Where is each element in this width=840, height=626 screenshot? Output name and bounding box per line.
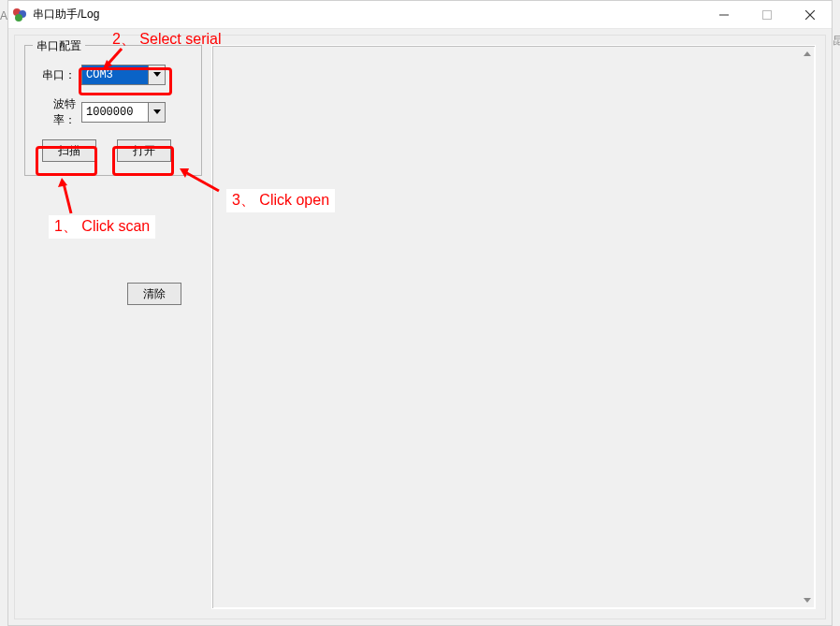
window-controls	[702, 1, 832, 29]
log-textarea[interactable]	[211, 45, 816, 609]
app-icon	[12, 7, 27, 22]
baud-value: 1000000	[86, 106, 133, 119]
port-combobox[interactable]: COM3	[81, 65, 166, 85]
open-button[interactable]: 打开	[117, 139, 171, 162]
close-button[interactable]	[789, 1, 832, 29]
port-row: 串口： COM3	[35, 65, 192, 85]
serial-config-fieldset: 串口配置 串口： COM3 波特率： 1000000	[24, 45, 202, 176]
clear-button-label: 清除	[143, 286, 166, 302]
svg-line-13	[64, 183, 71, 213]
port-value: COM3	[86, 68, 113, 81]
vertical-scrollbar[interactable]	[799, 46, 815, 608]
baud-row: 波特率： 1000000	[35, 96, 192, 128]
minimize-button[interactable]	[702, 1, 746, 29]
window-title: 串口助手/Log	[33, 7, 99, 22]
fieldset-legend: 串口配置	[33, 38, 85, 54]
svg-marker-14	[58, 178, 67, 187]
svg-marker-8	[153, 109, 161, 114]
port-label: 串口：	[35, 67, 76, 83]
external-content-right: 昆	[833, 0, 840, 626]
baud-label: 波特率：	[35, 96, 76, 128]
svg-marker-10	[804, 598, 811, 603]
titlebar: 串口助手/Log	[8, 1, 832, 29]
annotation-text-3: 3、 Click open	[226, 189, 335, 212]
annotation-text-2: 2、 Select serial	[112, 30, 222, 50]
dropdown-arrow-icon[interactable]	[148, 66, 165, 84]
svg-marker-9	[804, 51, 811, 56]
baud-combobox[interactable]: 1000000	[81, 102, 166, 123]
button-row: 扫描 打开	[35, 139, 192, 162]
dropdown-arrow-icon[interactable]	[148, 103, 165, 122]
clear-button[interactable]: 清除	[127, 283, 181, 305]
scan-button[interactable]: 扫描	[42, 139, 96, 162]
svg-marker-7	[153, 72, 161, 77]
scroll-up-icon[interactable]	[799, 46, 815, 62]
svg-rect-4	[763, 11, 772, 20]
clear-button-wrap: 清除	[127, 283, 181, 305]
external-content-left: A	[0, 0, 7, 626]
scan-button-label: 扫描	[58, 143, 80, 159]
app-window: 串口助手/Log 串口配置 串口： COM3	[7, 0, 833, 626]
scroll-down-icon[interactable]	[799, 592, 815, 608]
open-button-label: 打开	[133, 143, 155, 159]
annotation-text-1: 1、 Click scan	[49, 215, 155, 239]
left-panel: 串口配置 串口： COM3 波特率： 1000000	[24, 45, 202, 176]
annotation-arrow-1	[54, 176, 77, 217]
client-area: 串口配置 串口： COM3 波特率： 1000000	[8, 29, 832, 625]
svg-point-2	[15, 14, 22, 22]
inner-panel: 串口配置 串口： COM3 波特率： 1000000	[14, 35, 826, 619]
maximize-button[interactable]	[746, 1, 789, 29]
